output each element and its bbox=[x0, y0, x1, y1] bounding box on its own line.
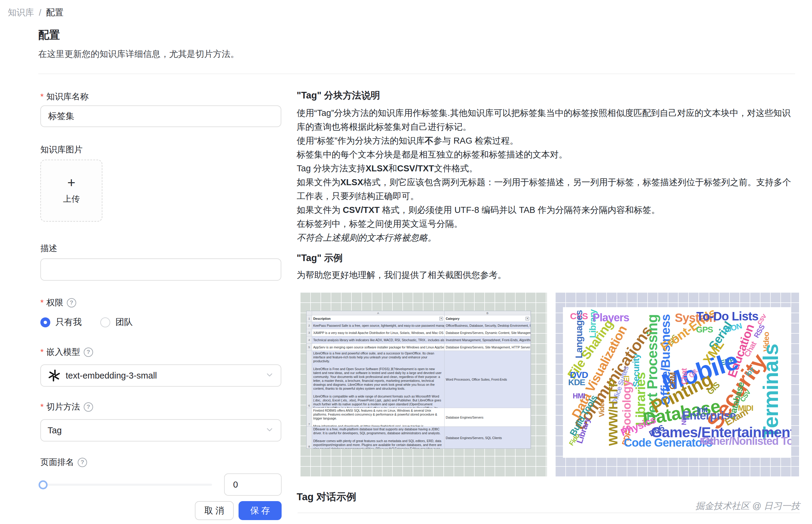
wordcloud-word: To-Do Lists bbox=[696, 310, 758, 323]
tag-spreadsheet-example-image: AB1Description▾Category▾2KeePass Passwor… bbox=[300, 292, 547, 476]
config-page: 知识库 / 配置 配置 在这里更新您的知识库详细信息，尤其是切片方法。 * 知识… bbox=[0, 0, 812, 524]
doc-paragraph: 如果文件为 CSV/TXT 格式，则必须使用 UTF-8 编码并以 TAB 作为… bbox=[297, 203, 799, 217]
required-asterisk: * bbox=[40, 298, 44, 308]
radio-option[interactable]: 只有我 bbox=[40, 316, 82, 328]
wordcloud: CVSLibraryLanguagesPlayersFile SharingDa… bbox=[563, 307, 791, 458]
chevron-down-icon bbox=[265, 371, 274, 381]
wordcloud-word: HMI bbox=[573, 392, 585, 400]
page-rank-input[interactable] bbox=[224, 473, 281, 496]
permission-field-label: * 权限 ? bbox=[40, 297, 76, 308]
embedding-model-select[interactable]: text-embedding-3-small bbox=[40, 364, 281, 387]
sheet-row: 4Technical analysis library with indicat… bbox=[307, 337, 531, 344]
doc-paragraph: 在标签列中，标签之间使用英文逗号分隔。 bbox=[297, 217, 799, 231]
embedding-model-value: text-embedding-3-small bbox=[66, 371, 265, 381]
slider-handle[interactable] bbox=[38, 480, 48, 489]
doc-paragraph: 标签集中的每个文本分块是都是相互独立的标签和标签描述的文本对。 bbox=[297, 148, 799, 161]
help-icon[interactable]: ? bbox=[78, 458, 87, 467]
name-label-text: 知识库名称 bbox=[46, 91, 88, 102]
description-input[interactable] bbox=[40, 258, 281, 281]
image-upload-dropzone[interactable]: + 上传 bbox=[40, 160, 102, 222]
page-rank-label-text: 页面排名 bbox=[40, 457, 74, 468]
tag-chat-example-title: Tag 对话示例 bbox=[297, 490, 356, 504]
sheet-header-row: 1Description▾Category▾ bbox=[307, 315, 531, 322]
chunk-method-label-text: 切片方法 bbox=[46, 401, 80, 413]
wordcloud-word: Video bbox=[598, 399, 606, 417]
breadcrumb-separator: / bbox=[39, 8, 41, 18]
sheet-row: 8DBeaver is a free, multi-platform datab… bbox=[307, 427, 531, 449]
radio-label: 团队 bbox=[115, 316, 133, 328]
tag-example-title: "Tag" 示例 bbox=[297, 252, 343, 264]
sheet-row: 7Firebird RDBMS offers ANSI SQL features… bbox=[307, 408, 531, 427]
page-rank-slider bbox=[38, 475, 212, 494]
breadcrumb-current: 配置 bbox=[46, 6, 64, 19]
wordcloud-word: KDE bbox=[568, 378, 585, 387]
sheet-row: 3XAMPP is a very easy to install Apache … bbox=[307, 329, 531, 337]
slider-track[interactable] bbox=[40, 484, 212, 486]
tag-method-title: "Tag" 分块方法说明 bbox=[297, 89, 380, 102]
required-asterisk: * bbox=[40, 92, 44, 101]
embedding-field-label: * 嵌入模型 ? bbox=[40, 346, 93, 358]
wordcloud-word: Other/Nonlisted Topic bbox=[702, 435, 791, 447]
doc-paragraph: Tag 分块方法支持XLSX和CSV/TXT文件格式。 bbox=[297, 161, 799, 175]
tag-wordcloud-example-image: CVSLibraryLanguagesPlayersFile SharingDa… bbox=[555, 292, 799, 476]
permission-label-text: 权限 bbox=[46, 297, 63, 308]
breadcrumb-knowledge-base[interactable]: 知识库 bbox=[8, 6, 34, 19]
radio-unselected-icon[interactable] bbox=[100, 317, 110, 327]
radio-label: 只有我 bbox=[55, 316, 82, 328]
page-rank-field-label: 页面排名 ? bbox=[40, 457, 87, 468]
kb-name-input[interactable] bbox=[40, 105, 281, 127]
image-label-text: 知识库图片 bbox=[40, 144, 82, 155]
chunk-method-value: Tag bbox=[48, 426, 265, 436]
help-icon[interactable]: ? bbox=[67, 298, 76, 308]
filter-dropdown-icon: ▾ bbox=[439, 317, 443, 321]
description-label-text: 描述 bbox=[40, 243, 57, 254]
filter-dropdown-icon: ▾ bbox=[525, 317, 529, 321]
cancel-button[interactable]: 取 消 bbox=[195, 501, 234, 520]
example-hint: 为帮助您更好地理解，我们提供了相关截图供您参考。 bbox=[297, 269, 506, 281]
sheet-row: 5AppServ is an merging open source softw… bbox=[307, 344, 531, 351]
wordcloud-word: Code Generators bbox=[624, 436, 712, 449]
doc-paragraph: 不符合上述规则的文本行将被忽略。 bbox=[297, 231, 799, 245]
radio-option[interactable]: 团队 bbox=[100, 316, 133, 328]
description-field-label: 描述 bbox=[40, 243, 57, 254]
radio-selected-icon[interactable] bbox=[40, 317, 50, 327]
openai-logo-icon bbox=[48, 369, 61, 382]
image-field-label: 知识库图片 bbox=[40, 144, 82, 155]
sheet-column-letters: AB bbox=[307, 311, 531, 315]
chunk-method-field-label: * 切片方法 ? bbox=[40, 401, 93, 413]
doc-paragraph: 使用“标签”作为分块方法的知识库不参与 RAG 检索过程。 bbox=[297, 134, 799, 148]
save-button[interactable]: 保 存 bbox=[239, 501, 281, 520]
permission-options: 只有我团队 bbox=[40, 316, 133, 328]
doc-paragraphs: 使用“Tag”分块方法的知识库用作标签集.其他知识库可以把标签集当中的标签按照相… bbox=[297, 106, 799, 245]
wordcloud-word: GPS bbox=[696, 325, 713, 334]
wordcloud-word: WWW/HTTP bbox=[606, 379, 620, 446]
page-title: 配置 bbox=[38, 28, 60, 43]
plus-icon: + bbox=[67, 177, 76, 189]
watermark: 掘金技术社区 @ 日习一技 bbox=[695, 500, 800, 512]
help-icon[interactable]: ? bbox=[84, 347, 93, 357]
doc-paragraph: 如果文件为XLSX格式，则它应该包含两列无标题：一列用于标签描述，另一列用于标签… bbox=[297, 175, 799, 203]
chevron-down-icon bbox=[265, 425, 274, 436]
name-field-label: * 知识库名称 bbox=[40, 91, 88, 102]
page-subtitle: 在这里更新您的知识库详细信息，尤其是切片方法。 bbox=[38, 48, 239, 60]
sheet-row: 2KeePass Password Safe is a free, open s… bbox=[307, 322, 531, 329]
chunk-method-select[interactable]: Tag bbox=[40, 419, 281, 441]
required-asterisk: * bbox=[40, 402, 44, 412]
help-icon[interactable]: ? bbox=[84, 402, 93, 412]
doc-paragraph: 使用“Tag”分块方法的知识库用作标签集.其他知识库可以把标签集当中的标签按照相… bbox=[297, 106, 799, 134]
embedding-label-text: 嵌入模型 bbox=[46, 346, 80, 358]
breadcrumb: 知识库 / 配置 bbox=[8, 6, 64, 19]
header-divider bbox=[38, 73, 795, 74]
upload-label: 上传 bbox=[63, 193, 80, 205]
spreadsheet: AB1Description▾Category▾2KeePass Passwor… bbox=[306, 311, 531, 449]
required-asterisk: * bbox=[40, 347, 44, 357]
bottom-divider bbox=[297, 512, 800, 513]
sheet-row: 6LibreOffice is a free and powerful offi… bbox=[307, 351, 531, 408]
